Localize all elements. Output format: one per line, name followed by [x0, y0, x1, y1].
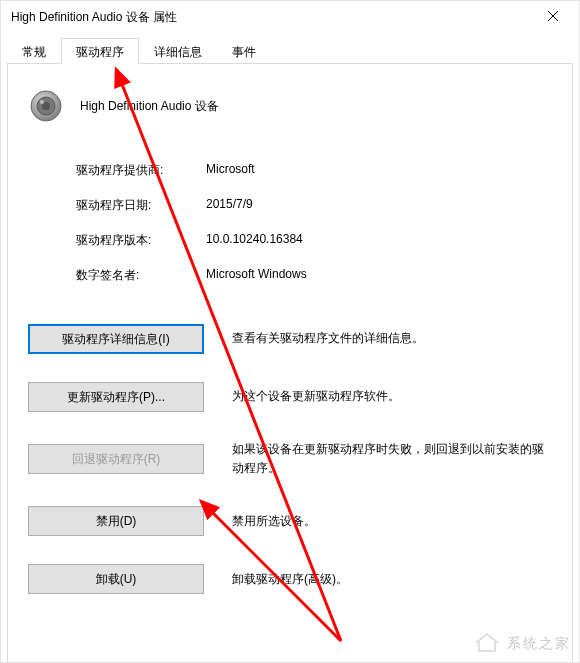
action-row-update: 更新驱动程序(P)... 为这个设备更新驱动程序软件。 — [28, 382, 552, 412]
device-header: High Definition Audio 设备 — [28, 88, 552, 124]
uninstall-button[interactable]: 卸载(U) — [28, 564, 204, 594]
driver-details-button[interactable]: 驱动程序详细信息(I) — [28, 324, 204, 354]
svg-point-3 — [40, 100, 44, 104]
action-row-rollback: 回退驱动程序(R) 如果该设备在更新驱动程序时失败，则回退到以前安装的驱动程序。 — [28, 440, 552, 478]
tab-events[interactable]: 事件 — [217, 38, 271, 64]
signer-value: Microsoft Windows — [206, 267, 307, 284]
version-value: 10.0.10240.16384 — [206, 232, 303, 249]
watermark-text: 系统之家 — [507, 635, 571, 653]
close-button[interactable] — [533, 3, 573, 31]
house-icon — [473, 631, 501, 656]
provider-label: 驱动程序提供商: — [76, 162, 206, 179]
date-label: 驱动程序日期: — [76, 197, 206, 214]
action-row-uninstall: 卸载(U) 卸载驱动程序(高级)。 — [28, 564, 552, 594]
date-value: 2015/7/9 — [206, 197, 253, 214]
close-icon — [547, 9, 559, 25]
update-driver-desc: 为这个设备更新驱动程序软件。 — [232, 387, 552, 406]
action-row-details: 驱动程序详细信息(I) 查看有关驱动程序文件的详细信息。 — [28, 324, 552, 354]
info-row-version: 驱动程序版本: 10.0.10240.16384 — [76, 232, 552, 249]
info-row-provider: 驱动程序提供商: Microsoft — [76, 162, 552, 179]
speaker-icon — [28, 88, 64, 124]
disable-button[interactable]: 禁用(D) — [28, 506, 204, 536]
driver-info: 驱动程序提供商: Microsoft 驱动程序日期: 2015/7/9 驱动程序… — [76, 162, 552, 284]
tab-content: High Definition Audio 设备 驱动程序提供商: Micros… — [7, 63, 573, 663]
info-row-signer: 数字签名者: Microsoft Windows — [76, 267, 552, 284]
titlebar: High Definition Audio 设备 属性 — [1, 1, 579, 33]
tab-general[interactable]: 常规 — [7, 38, 61, 64]
action-rows: 驱动程序详细信息(I) 查看有关驱动程序文件的详细信息。 更新驱动程序(P)..… — [28, 324, 552, 594]
version-label: 驱动程序版本: — [76, 232, 206, 249]
driver-details-desc: 查看有关驱动程序文件的详细信息。 — [232, 329, 552, 348]
tab-details[interactable]: 详细信息 — [139, 38, 217, 64]
tab-bar: 常规 驱动程序 详细信息 事件 — [1, 33, 579, 63]
rollback-driver-button: 回退驱动程序(R) — [28, 444, 204, 474]
device-name: High Definition Audio 设备 — [80, 98, 219, 115]
disable-desc: 禁用所选设备。 — [232, 512, 552, 531]
window-title: High Definition Audio 设备 属性 — [11, 9, 533, 26]
update-driver-button[interactable]: 更新驱动程序(P)... — [28, 382, 204, 412]
uninstall-desc: 卸载驱动程序(高级)。 — [232, 570, 552, 589]
tab-driver[interactable]: 驱动程序 — [61, 38, 139, 64]
provider-value: Microsoft — [206, 162, 255, 179]
rollback-driver-desc: 如果该设备在更新驱动程序时失败，则回退到以前安装的驱动程序。 — [232, 440, 552, 478]
signer-label: 数字签名者: — [76, 267, 206, 284]
info-row-date: 驱动程序日期: 2015/7/9 — [76, 197, 552, 214]
watermark: 系统之家 — [473, 631, 571, 656]
action-row-disable: 禁用(D) 禁用所选设备。 — [28, 506, 552, 536]
